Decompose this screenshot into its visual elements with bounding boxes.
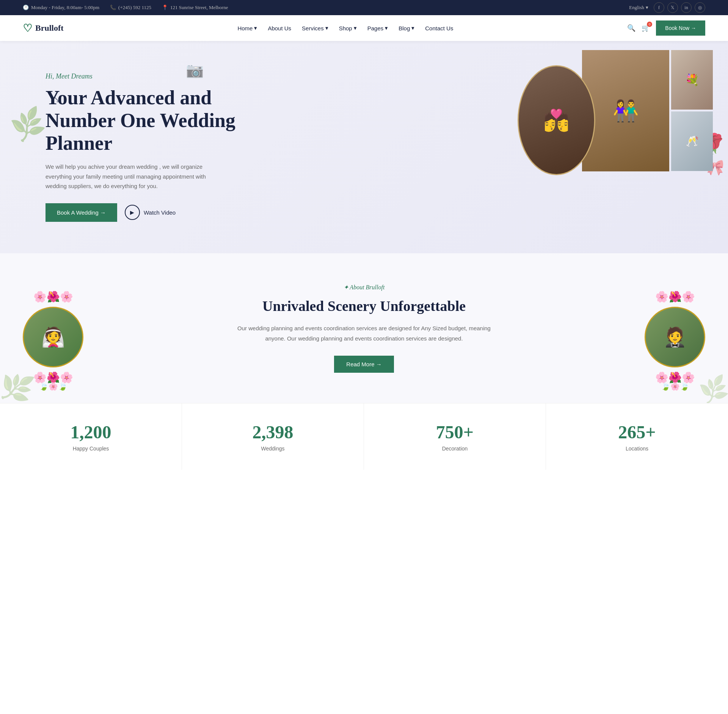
nav-actions: 🔍 🛒 0 Book Now →	[627, 20, 705, 36]
chevron-down-icon: ▾	[385, 25, 388, 31]
book-now-button[interactable]: Book Now →	[656, 20, 705, 36]
logo-text: Brulloft	[35, 23, 64, 33]
hero-section: ↘ 🌿 Hi, Meet Dreams Your Advanced and Nu…	[0, 41, 728, 253]
nav-blog-label: Blog	[399, 25, 410, 31]
stat-label-decoration: Decoration	[372, 446, 538, 452]
hero-flowers-photo: 💐	[671, 50, 713, 110]
hero-images: 💏 👫 💐 🥂	[582, 50, 713, 171]
stat-happy-couples: 1,200 Happy Couples	[0, 403, 182, 470]
cart-icon[interactable]: 🛒 0	[642, 24, 650, 32]
social-icons: f 𝕏 in ◎	[654, 2, 705, 13]
language-selector[interactable]: English ▾	[629, 5, 648, 11]
read-more-label: Read More →	[346, 361, 381, 367]
about-content: ✦ About Brulloft Unrivaled Scenery Unfor…	[231, 284, 497, 373]
stat-number-couples: 1,200	[8, 422, 174, 443]
hero-oval-portrait: 💏	[518, 65, 595, 175]
portrait-groom: 🌸🌺🌸 🤵 🌸🌺🌸 🍃🌸🍃	[637, 290, 713, 366]
book-wedding-label: Book A Wedding →	[57, 209, 106, 216]
chevron-down-icon: ▾	[411, 25, 414, 31]
chevron-down-icon: ▾	[646, 5, 648, 11]
about-label: ✦ About Brulloft	[231, 284, 497, 291]
nav-contact-label: Contact Us	[425, 25, 453, 31]
watch-video-label: Watch Video	[144, 209, 176, 216]
hero-side-photos: 💐 🥂	[671, 50, 713, 171]
twitter-icon[interactable]: 𝕏	[667, 2, 678, 13]
clock-icon: 🕐	[23, 5, 29, 11]
logo-icon: ♡	[23, 22, 32, 35]
nav-contact[interactable]: Contact Us	[425, 25, 453, 31]
about-title: Unrivaled Scenery Unforgettable	[231, 297, 497, 315]
groom-face: 🤵	[645, 307, 705, 367]
play-icon: ▶	[125, 205, 140, 220]
phone-icon: 📞	[110, 5, 116, 11]
nav-home-label: Home	[237, 25, 253, 31]
top-bar-left: 🕐 Monday - Friday, 8:00am- 5:00pm 📞 (+24…	[23, 5, 228, 11]
facebook-icon[interactable]: f	[654, 2, 664, 13]
nav-pages-label: Pages	[367, 25, 384, 31]
instagram-icon[interactable]: ◎	[695, 2, 705, 13]
nav-services-label: Services	[302, 25, 324, 31]
book-wedding-button[interactable]: Book A Wedding →	[46, 203, 117, 222]
watch-video-button[interactable]: ▶ Watch Video	[125, 205, 176, 220]
about-section: 🌸🌺🌸 👰 🌸🌺🌸 🍃🌸🍃 🌸🌺🌸 🤵 🌸🌺🌸 🍃🌸🍃 🌿 🌿 ✦ About …	[0, 253, 728, 403]
hero-subtitle: Hi, Meet Dreams	[46, 72, 265, 80]
address-text: 121 Sunrise Street, Melborne	[170, 5, 228, 11]
hero-couple-photo: 👫	[582, 50, 669, 171]
chevron-down-icon: ▾	[354, 25, 357, 31]
nav-pages[interactable]: Pages ▾	[367, 25, 388, 31]
read-more-button[interactable]: Read More →	[334, 356, 394, 373]
language-label: English	[629, 5, 644, 11]
address-item: 📍 121 Sunrise Street, Melborne	[162, 5, 228, 11]
stat-label-weddings: Weddings	[190, 446, 356, 452]
hero-buttons: Book A Wedding → ▶ Watch Video	[46, 203, 265, 222]
stat-label-couples: Happy Couples	[8, 446, 174, 452]
nav-links: Home ▾ About Us Services ▾ Shop ▾ Pages …	[237, 25, 453, 31]
nav-about[interactable]: About Us	[268, 25, 291, 31]
floral-top-right: 🌸🌺🌸	[637, 290, 713, 303]
leaf-decoration-left: 🌿	[7, 105, 49, 145]
hero-description: We will help you achive your dream weddi…	[46, 162, 212, 191]
logo[interactable]: ♡ Brulloft	[23, 22, 64, 35]
portrait-bride: 🌸🌺🌸 👰 🌸🌺🌸 🍃🌸🍃	[15, 290, 91, 366]
hero-title: Your Advanced and Number One Wedding Pla…	[46, 86, 265, 154]
nav-shop[interactable]: Shop ▾	[339, 25, 357, 31]
chevron-down-icon: ▾	[325, 25, 328, 31]
stat-label-locations: Locations	[554, 446, 720, 452]
hero-content: Hi, Meet Dreams Your Advanced and Number…	[46, 72, 265, 222]
search-icon[interactable]: 🔍	[627, 24, 635, 32]
nav-about-label: About Us	[268, 25, 291, 31]
location-icon: 📍	[162, 5, 168, 11]
chevron-down-icon: ▾	[254, 25, 257, 31]
bride-face: 👰	[23, 307, 83, 367]
nav-services[interactable]: Services ▾	[302, 25, 328, 31]
stats-section: 1,200 Happy Couples 2,398 Weddings 750+ …	[0, 403, 728, 470]
stat-locations: 265+ Locations	[546, 403, 728, 470]
linkedin-icon[interactable]: in	[681, 2, 692, 13]
nav-blog[interactable]: Blog ▾	[399, 25, 414, 31]
stat-number-locations: 265+	[554, 422, 720, 443]
stat-decoration: 750+ Decoration	[364, 403, 546, 470]
nav-shop-label: Shop	[339, 25, 352, 31]
about-description: Our wedding planning and events coordina…	[231, 323, 497, 344]
stat-number-weddings: 2,398	[190, 422, 356, 443]
book-now-label: Book Now →	[665, 25, 696, 31]
top-bar: 🕐 Monday - Friday, 8:00am- 5:00pm 📞 (+24…	[0, 0, 728, 15]
stat-weddings: 2,398 Weddings	[182, 403, 364, 470]
top-bar-right: English ▾ f 𝕏 in ◎	[629, 2, 705, 13]
hours-item: 🕐 Monday - Friday, 8:00am- 5:00pm	[23, 5, 99, 11]
hero-table-photo: 🥂	[671, 111, 713, 171]
phone-text: (+245) 592 1125	[118, 5, 151, 11]
hours-text: Monday - Friday, 8:00am- 5:00pm	[31, 5, 99, 11]
nav-home[interactable]: Home ▾	[237, 25, 257, 31]
stat-number-decoration: 750+	[372, 422, 538, 443]
floral-top-left: 🌸🌺🌸	[15, 290, 91, 303]
cart-badge: 0	[647, 22, 652, 27]
phone-item: 📞 (+245) 592 1125	[110, 5, 151, 11]
navbar: ♡ Brulloft Home ▾ About Us Services ▾ Sh…	[0, 15, 728, 41]
